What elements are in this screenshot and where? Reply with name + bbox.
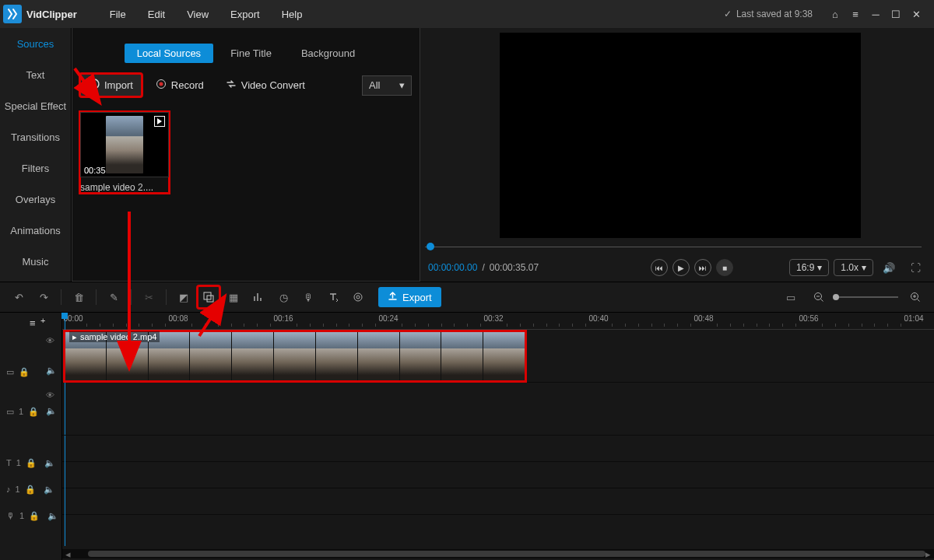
zoom-out-button[interactable] — [808, 286, 830, 308]
tab-animations[interactable]: Animations — [0, 215, 71, 246]
menu-icon[interactable]: ≡ — [845, 4, 866, 24]
titlebar: VidClipper File Edit View Export Help ✓ … — [0, 0, 934, 28]
mute-icon[interactable]: 🔈 — [46, 366, 57, 376]
menu-view[interactable]: View — [176, 5, 219, 23]
play-button[interactable]: ▶ — [672, 259, 690, 276]
tab-text[interactable]: Text — [0, 59, 71, 90]
export-icon — [388, 291, 398, 303]
overlay-track[interactable] — [62, 383, 934, 436]
crop-zoom-tool[interactable] — [198, 286, 219, 308]
media-thumb[interactable]: 00:35 sample video 2.... — [80, 112, 169, 193]
delete-button[interactable]: 🗑 — [68, 286, 90, 308]
ruler-tick: 00:08 — [168, 314, 188, 323]
export-button[interactable]: Export — [378, 287, 441, 307]
subtab-local-sources[interactable]: Local Sources — [125, 44, 213, 63]
crop-tool[interactable]: ◩ — [173, 286, 195, 308]
timeline: ≡+ ▭ 🔒 👁 🔈 ▭ 1 🔒 👁 🔈 T 1 🔒 🔈 ♪ 1 🔒 — [0, 313, 934, 560]
lock-icon[interactable]: 🔒 — [28, 407, 39, 417]
tab-special-effect[interactable]: Special Effect — [0, 90, 71, 121]
tab-overlays[interactable]: Overlays — [0, 184, 71, 215]
mic-track[interactable] — [62, 488, 934, 515]
mosaic-tool[interactable]: ▦ — [223, 286, 244, 308]
play-overlay-icon — [154, 116, 165, 127]
tab-music[interactable]: Music — [0, 246, 71, 277]
ruler-tick: 00:32 — [483, 314, 503, 323]
voiceover-tool[interactable]: 🎙 — [297, 286, 319, 308]
redo-button[interactable]: ↷ — [33, 286, 54, 308]
volume-icon[interactable]: 🔊 — [878, 257, 900, 278]
stats-tool[interactable] — [248, 286, 269, 308]
zoom-slider[interactable] — [836, 296, 898, 298]
zoom-in-button[interactable] — [904, 286, 926, 308]
fit-timeline-icon[interactable]: ▭ — [780, 286, 802, 308]
tab-filters[interactable]: Filters — [0, 152, 71, 184]
lock-icon[interactable]: 🔒 — [19, 367, 30, 377]
audio-track[interactable] — [62, 462, 934, 488]
text-track[interactable] — [62, 436, 934, 462]
cut-tool[interactable]: ✂ — [138, 286, 160, 308]
freeze-tool[interactable] — [347, 286, 369, 308]
audio-track-icon: ♪ — [6, 485, 11, 494]
svg-point-4 — [354, 293, 362, 301]
visibility-icon[interactable]: 👁 — [46, 390, 57, 400]
next-button[interactable]: ⏭ — [694, 259, 711, 276]
speed-selector[interactable]: 1.0x▾ — [834, 259, 873, 276]
chevron-down-icon: ▾ — [817, 262, 822, 273]
minimize-button[interactable]: ─ — [866, 4, 886, 24]
aspect-ratio-selector[interactable]: 16:9▾ — [789, 259, 829, 276]
stop-button[interactable]: ■ — [716, 259, 733, 276]
ruler-tick: 00:48 — [693, 314, 713, 323]
menu-help[interactable]: Help — [271, 5, 314, 23]
filter-dropdown[interactable]: All ▾ — [362, 75, 412, 96]
menu-edit[interactable]: Edit — [137, 5, 176, 23]
text-tool[interactable] — [322, 286, 344, 308]
mute-icon[interactable]: 🔈 — [44, 485, 54, 495]
seek-handle[interactable] — [427, 243, 434, 250]
time-total: 00:00:35.07 — [490, 262, 539, 273]
svg-point-5 — [356, 296, 360, 299]
app-logo — [3, 5, 22, 23]
timeline-ruler[interactable]: 00:0000:0800:1600:2400:3200:4000:4800:56… — [62, 313, 934, 330]
last-saved: ✓ Last saved at 9:38 — [724, 9, 813, 19]
svg-rect-3 — [207, 296, 213, 302]
timeline-menu-icon[interactable]: ≡+ — [30, 317, 36, 329]
app-name: VidClipper — [26, 9, 77, 20]
ruler-tick: 00:16 — [273, 314, 293, 323]
subtab-fine-title[interactable]: Fine Title — [218, 44, 284, 63]
filter-value: All — [369, 79, 380, 91]
mute-icon[interactable]: 🔈 — [47, 511, 58, 521]
timeline-clip[interactable]: ▸sample video 2.mp4 — [65, 331, 525, 381]
maximize-button[interactable]: ☐ — [886, 4, 906, 24]
ruler-tick: 00:40 — [588, 314, 608, 323]
seek-bar[interactable] — [425, 240, 929, 254]
home-icon[interactable]: ⌂ — [825, 4, 845, 24]
record-label: Record — [171, 79, 204, 91]
mute-icon[interactable]: 🔈 — [46, 406, 57, 416]
subtab-background[interactable]: Background — [289, 44, 367, 63]
record-button[interactable]: Record — [148, 75, 212, 96]
fullscreen-icon[interactable]: ⛶ — [904, 257, 926, 278]
visibility-icon[interactable]: 👁 — [46, 336, 57, 345]
lock-icon[interactable]: 🔒 — [25, 485, 36, 495]
check-icon: ✓ — [724, 9, 732, 19]
video-preview[interactable] — [500, 33, 861, 238]
undo-button[interactable]: ↶ — [8, 286, 30, 308]
menu-file[interactable]: File — [99, 5, 137, 23]
horizontal-scrollbar[interactable]: ◂ ▸ — [62, 549, 934, 558]
ruler-tick: 01:04 — [904, 314, 923, 323]
close-button[interactable]: ✕ — [906, 4, 926, 24]
preview-panel: 00:00:00.00 / 00:00:35.07 ⏮ ▶ ⏭ ■ 16:9▾ … — [420, 28, 934, 282]
lock-icon[interactable]: 🔒 — [26, 458, 37, 468]
import-button[interactable]: Import — [80, 74, 142, 96]
edit-tool[interactable]: ✎ — [103, 286, 125, 308]
lock-icon[interactable]: 🔒 — [29, 511, 40, 521]
video-track[interactable]: ▸sample video 2.mp4 — [62, 330, 934, 383]
mute-icon[interactable]: 🔈 — [44, 458, 55, 468]
duration-tool[interactable]: ◷ — [272, 286, 294, 308]
tab-transitions[interactable]: Transitions — [0, 121, 71, 152]
menu-export[interactable]: Export — [219, 5, 271, 23]
video-convert-button[interactable]: Video Convert — [218, 75, 313, 96]
tab-sources[interactable]: Sources — [0, 28, 71, 59]
prev-button[interactable]: ⏮ — [651, 259, 668, 276]
clip-icon: ▸ — [72, 332, 77, 342]
